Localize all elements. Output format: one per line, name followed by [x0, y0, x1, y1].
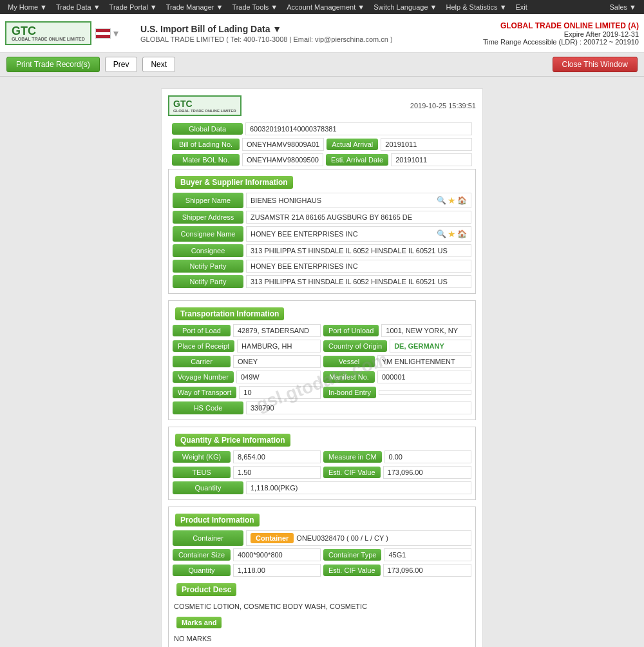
buyer-supplier-title: Buyer & Supplier Information — [175, 176, 293, 189]
way-transport-label: Way of Transport — [173, 387, 236, 398]
content-logo-box: GTCGLOBAL TRADE ONLINE LIMITED — [168, 95, 242, 116]
consignee-name-label: Consignee Name — [173, 226, 243, 242]
voyage-value: 049W — [236, 371, 321, 383]
shipper-address-label: Shipper Address — [173, 211, 243, 224]
bol-col: Bill of Lading No. ONEYHAMV98009A01 — [172, 138, 324, 151]
nav-exit[interactable]: Exit — [512, 2, 531, 12]
close-button-top[interactable]: Close This Window — [553, 57, 638, 72]
notify-party-label: Notify Party — [173, 260, 243, 273]
prev-button-top[interactable]: Prev — [105, 57, 138, 72]
product-section: Product Information Container Container … — [168, 507, 476, 647]
port-load-value: 42879, STADERSAND — [233, 324, 321, 337]
esti-cif-value: 173,096.00 — [383, 466, 471, 479]
header-sub: GLOBAL TRADE LIMITED ( Tel: 400-710-3008… — [140, 35, 483, 43]
notify-party-addr-row: Notify Party 313 PHILIPPA ST HINSDALE IL… — [169, 275, 475, 288]
port-load-unload-row: Port of Load 42879, STADERSAND Port of U… — [169, 324, 475, 337]
teus-cif-row: TEUS 1.50 Esti. CIF Value 173,096.00 — [169, 466, 475, 479]
actual-arrival-value: 20191011 — [381, 138, 472, 151]
quantity-price-section: Quantity & Price Information Weight (KG)… — [168, 427, 476, 500]
carrier-value: ONEY — [233, 355, 321, 368]
next-button-top[interactable]: Next — [142, 57, 175, 72]
master-bol-col: Mater BOL No. ONEYHAMV98009500 — [172, 153, 323, 166]
nav-trade-tools[interactable]: Trade Tools ▼ — [228, 2, 281, 12]
product-title: Product Information — [175, 514, 260, 526]
nav-account-management[interactable]: Account Management ▼ — [283, 2, 368, 12]
nav-sales[interactable]: Sales ▼ — [606, 2, 640, 12]
flag-area: ▾ — [95, 27, 118, 39]
consignee-value: 313 PHILIPPA ST HINSDALE IL 6052 HINSDAL… — [246, 244, 471, 257]
shipper-star-icon[interactable]: ★ — [448, 195, 456, 206]
notify-party-addr-label: Notify Party — [173, 275, 243, 288]
esti-arrival-col: Esti. Arrival Date 20191011 — [326, 153, 472, 166]
place-receipt-value: HAMBURG, HH — [237, 340, 321, 352]
quantity-value: 1,118.00(PKG) — [246, 481, 471, 494]
container-badge: Container — [251, 533, 294, 543]
company-name: GLOBAL TRADE ONLINE LIMITED (A) — [483, 21, 639, 30]
manifest-value: 000001 — [377, 371, 471, 383]
transport-bond-row: Way of Transport 10 In-bond Entry — [169, 386, 475, 399]
nav-trade-portal[interactable]: Trade Portal ▼ — [106, 2, 161, 12]
marks-label: Marks and — [176, 617, 222, 628]
consignee-name-row: Consignee Name HONEY BEE ENTERPRISES INC… — [169, 226, 475, 242]
data-title[interactable]: U.S. Import Bill of Lading Data ▼ — [140, 24, 483, 34]
flag-separator: ▾ — [113, 27, 118, 39]
transportation-section: Transportation Information Port of Load … — [168, 300, 476, 420]
hs-code-label: HS Code — [173, 401, 243, 414]
content-header: GTCGLOBAL TRADE ONLINE LIMITED 2019-10-2… — [168, 95, 476, 116]
carrier-label: Carrier — [173, 356, 231, 367]
master-bol-row: Mater BOL No. ONEYHAMV98009500 Esti. Arr… — [168, 153, 476, 166]
nav-help-statistics[interactable]: Help & Statistics ▼ — [442, 2, 511, 12]
vessel-label: Vessel — [323, 356, 375, 367]
receipt-origin-row: Place of Receipt HAMBURG, HH Country of … — [169, 340, 475, 352]
esti-arrival-value: 20191011 — [391, 153, 472, 166]
prod-qty-label: Quantity — [173, 565, 231, 576]
container-value: Container ONEU0328470 ( 00 / L / CY ) — [246, 530, 471, 546]
master-bol-value: ONEYHAMV98009500 — [242, 153, 323, 166]
master-bol-label: Mater BOL No. — [172, 154, 240, 166]
shipper-name-value: BIENES HONIGHAUS 🔍 ★ 🏠 — [246, 193, 471, 208]
voyage-label: Voyage Number — [173, 371, 234, 383]
notify-party-value: HONEY BEE ENTERPRISES INC — [246, 260, 471, 273]
product-desc-content: COSMETIC LOTION, COSMETIC BODY WASH, COS… — [169, 600, 475, 613]
consignee-name-value: HONEY BEE ENTERPRISES INC 🔍 ★ 🏠 — [246, 226, 471, 242]
quantity-label: Quantity — [173, 481, 243, 494]
bol-arrival-row: Bill of Lading No. ONEYHAMV98009A01 Actu… — [168, 138, 476, 151]
buyer-supplier-section: Buyer & Supplier Information Shipper Nam… — [168, 169, 476, 294]
nav-items: My Home ▼ Trade Data ▼ Trade Portal ▼ Tr… — [4, 2, 531, 12]
consignee-search-icon[interactable]: 🔍 — [437, 229, 446, 238]
port-unload-label: Port of Unload — [323, 325, 379, 336]
nav-my-home[interactable]: My Home ▼ — [4, 2, 51, 12]
nav-trade-data[interactable]: Trade Data ▼ — [52, 2, 104, 12]
hs-code-row: HS Code 330790 — [169, 401, 475, 414]
global-data-label: Global Data — [172, 123, 243, 135]
in-bond-value — [379, 390, 471, 395]
content-timestamp: 2019-10-25 15:39:51 — [410, 102, 476, 110]
weight-label: Weight (KG) — [173, 451, 231, 463]
time-range: Time Range Accessible (LDR) : 200712 ~ 2… — [483, 38, 639, 46]
nav-switch-language[interactable]: Switch Language ▼ — [370, 2, 440, 12]
teus-value: 1.50 — [233, 466, 321, 479]
consignee-star-icon[interactable]: ★ — [448, 229, 456, 239]
consignee-home-icon[interactable]: 🏠 — [457, 229, 467, 238]
toolbar-top: Print Trade Record(s) Prev Next Close Th… — [0, 53, 644, 77]
bol-value: ONEYHAMV98009A01 — [242, 138, 324, 151]
teus-label: TEUS — [173, 467, 231, 478]
expire-date: Expire After 2019-12-31 — [483, 30, 639, 38]
way-transport-value: 10 — [239, 386, 321, 399]
notify-party-row: Notify Party HONEY BEE ENTERPRISES INC — [169, 260, 475, 273]
shipper-home-icon[interactable]: 🏠 — [457, 196, 467, 205]
prod-qty-value: 1,118.00 — [233, 564, 321, 577]
nav-trade-manager[interactable]: Trade Manager ▼ — [162, 2, 227, 12]
shipper-search-icon[interactable]: 🔍 — [437, 196, 446, 205]
country-origin-label: Country of Origin — [323, 340, 387, 352]
print-button-top[interactable]: Print Trade Record(s) — [6, 57, 100, 72]
manifest-label: Manifest No. — [323, 371, 375, 383]
container-size-label: Container Size — [173, 549, 231, 561]
shipper-address-row: Shipper Address ZUSAMSTR 21A 86165 AUGSB… — [169, 211, 475, 224]
global-data-value: 6003201910140000378381 — [245, 122, 472, 135]
in-bond-label: In-bond Entry — [323, 387, 376, 398]
place-receipt-label: Place of Receipt — [173, 340, 234, 352]
notify-party-addr-value: 313 PHILIPPA ST HINSDALE IL 6052 HINSDAL… — [246, 275, 471, 288]
weight-measure-row: Weight (KG) 8,654.00 Measure in CM 0.00 — [169, 450, 475, 463]
esti-cif-label: Esti. CIF Value — [323, 467, 381, 478]
